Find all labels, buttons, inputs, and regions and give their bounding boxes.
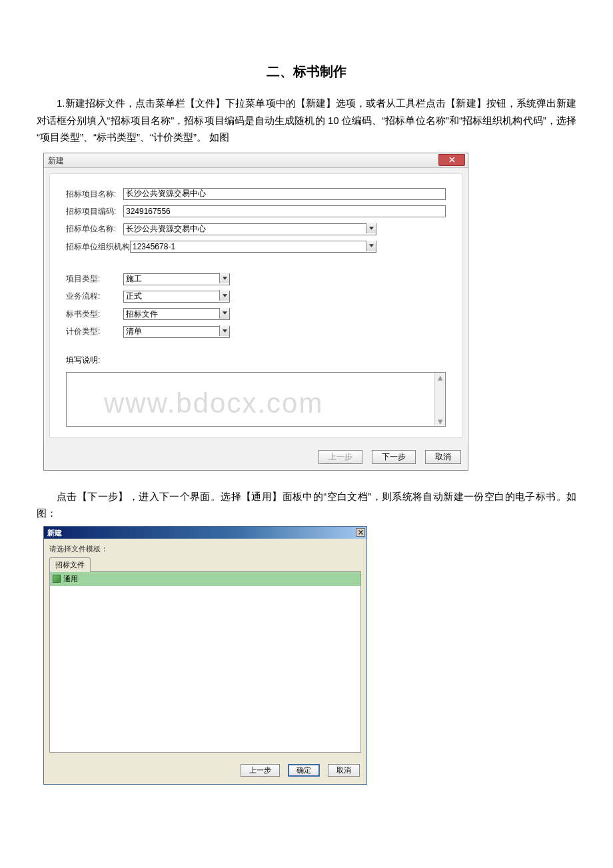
template-listbox[interactable]: 通用 xyxy=(49,571,361,753)
chevron-down-icon[interactable] xyxy=(219,273,229,283)
project-code-input[interactable] xyxy=(123,205,446,217)
chevron-down-icon[interactable] xyxy=(366,241,376,251)
new-dialog-2: 新建 请选择文件模板： 招标文件 通用 上一步 确定 取消 xyxy=(43,526,367,785)
chevron-down-icon[interactable] xyxy=(219,290,229,301)
label-org-name: 招标单位名称: xyxy=(66,222,123,235)
label-doc-type: 标书类型: xyxy=(66,307,123,321)
dialog2-title: 新建 xyxy=(47,529,62,537)
ok-button[interactable]: 确定 xyxy=(288,764,320,777)
price-type-select[interactable] xyxy=(123,326,230,338)
list-item-general[interactable]: 通用 xyxy=(50,572,360,586)
proj-type-select[interactable] xyxy=(123,273,230,285)
label-org-code: 招标单位组织机构 xyxy=(66,240,130,253)
scroll-down-icon[interactable]: ▾ xyxy=(435,417,445,426)
scrollbar[interactable]: ▴ ▾ xyxy=(434,373,445,426)
doc-type-select[interactable] xyxy=(123,308,230,320)
cancel-button[interactable]: 取消 xyxy=(425,450,461,464)
list-item-label: 通用 xyxy=(63,573,78,585)
label-price-type: 计价类型: xyxy=(66,325,123,338)
chevron-down-icon[interactable] xyxy=(219,308,229,319)
prev-button[interactable]: 上一步 xyxy=(318,450,362,464)
intro-paragraph-1: 1.新建招标文件，点击菜单栏【文件】下拉菜单项中的【新建】选项，或者从工具栏点击… xyxy=(37,95,576,146)
notes-textarea[interactable]: www.bdocx.com ▴ ▾ xyxy=(66,372,446,427)
section-heading: 二、标书制作 xyxy=(37,60,576,83)
org-name-select[interactable] xyxy=(123,223,376,235)
scroll-up-icon[interactable]: ▴ xyxy=(435,373,445,382)
tab-tender-file[interactable]: 招标文件 xyxy=(49,557,91,572)
dialog1-titlebar: 新建 xyxy=(44,153,468,168)
label-proj-type: 项目类型: xyxy=(66,272,123,285)
close-icon[interactable] xyxy=(438,154,465,166)
label-project-name: 招标项目名称: xyxy=(66,187,123,201)
file-icon xyxy=(53,575,61,583)
label-notes: 填写说明: xyxy=(66,353,446,367)
label-biz-flow: 业务流程: xyxy=(66,289,123,303)
biz-flow-select[interactable] xyxy=(123,291,230,303)
close-icon[interactable] xyxy=(356,528,365,537)
new-dialog-1: 新建 招标项目名称: 招标项目编码: 招标单位名称: 招 xyxy=(43,153,468,471)
chevron-down-icon[interactable] xyxy=(219,325,229,336)
next-button[interactable]: 下一步 xyxy=(372,450,416,464)
watermark-text: www.bdocx.com xyxy=(104,379,323,427)
org-code-select[interactable] xyxy=(130,241,376,253)
template-label: 请选择文件模板： xyxy=(49,543,361,555)
cancel-button[interactable]: 取消 xyxy=(328,764,360,777)
prev-button[interactable]: 上一步 xyxy=(241,764,280,777)
chevron-down-icon[interactable] xyxy=(366,223,376,233)
dialog1-title: 新建 xyxy=(48,156,64,165)
label-project-code: 招标项目编码: xyxy=(66,205,123,218)
dialog2-titlebar: 新建 xyxy=(44,527,366,539)
project-name-input[interactable] xyxy=(123,188,446,200)
intro-paragraph-2: 点击【下一步】，进入下一个界面。选择【通用】面板中的“空白文档”，则系统将自动新… xyxy=(37,488,576,522)
